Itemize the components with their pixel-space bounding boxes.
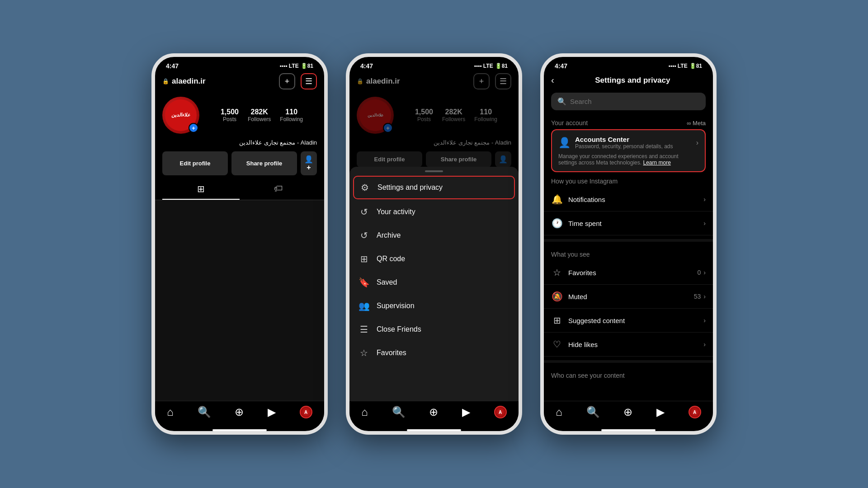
- accounts-icon: 👤: [558, 137, 571, 149]
- hide-likes-item[interactable]: ♡ Hide likes ›: [544, 333, 713, 357]
- favorites-left: ☆ Favorites: [551, 267, 596, 278]
- reels-nav[interactable]: ▶: [268, 406, 276, 418]
- bottom-nav-3: ⌂ 🔍 ⊕ ▶ A: [544, 401, 713, 427]
- favorites-label: Favorites: [377, 349, 406, 357]
- add-btn-2[interactable]: +: [473, 73, 490, 89]
- signal-icon: ▪▪▪▪ LTE: [280, 63, 299, 69]
- reels-nav-2[interactable]: ▶: [462, 406, 470, 418]
- tab-tag[interactable]: 🏷: [240, 179, 317, 200]
- time-spent-chevron: ›: [703, 220, 706, 227]
- bottom-nav-1: ⌂ 🔍 ⊕ ▶ A: [155, 401, 324, 427]
- muted-item[interactable]: 🔕 Muted 53 ›: [544, 285, 713, 309]
- add-icon-2: ⊕: [429, 406, 438, 418]
- share-profile-btn-2: Share profile: [426, 151, 491, 167]
- menu-item-settings[interactable]: ⚙ Settings and privacy: [353, 176, 515, 199]
- reels-nav-3[interactable]: ▶: [656, 406, 665, 418]
- home-icon-3: ⌂: [556, 406, 562, 418]
- your-account-header: Your account ∞ Meta: [544, 114, 713, 129]
- add-button[interactable]: +: [279, 73, 295, 89]
- menu-item-favorites[interactable]: ☆ Favorites: [349, 341, 519, 365]
- notifications-item[interactable]: 🔔 Notifications ›: [544, 188, 713, 211]
- menu-item-activity[interactable]: ↺ Your activity: [349, 200, 519, 224]
- add-nav[interactable]: ⊕: [235, 406, 244, 418]
- home-bar-1: [212, 429, 267, 431]
- menu-btn-2[interactable]: ☰: [495, 73, 511, 89]
- accounts-center-card[interactable]: 👤 Accounts Center Password, security, pe…: [551, 129, 706, 172]
- search-nav-2[interactable]: 🔍: [392, 406, 406, 418]
- qr-icon: ⊞: [359, 253, 369, 264]
- back-button[interactable]: ‹: [551, 75, 554, 85]
- notifications-label: Notifications: [568, 196, 605, 203]
- search-nav[interactable]: 🔍: [198, 406, 211, 418]
- battery-icon-3: 🔋81: [689, 63, 702, 69]
- edit-profile-btn[interactable]: Edit profile: [162, 151, 228, 175]
- add-nav-3[interactable]: ⊕: [623, 406, 632, 418]
- profile-header: 🔒 alaedin.ir + ☰: [155, 71, 324, 93]
- add-icon: ⊕: [235, 406, 244, 418]
- stat-followers-2: 282K Followers: [442, 108, 465, 122]
- time-spent-label: Time spent: [568, 220, 602, 227]
- stats-2: 1,500 Posts 282K Followers 110 Following: [401, 108, 511, 122]
- time-2: 4:47: [360, 62, 373, 70]
- status-bar-2: 4:47 ▪▪▪▪ LTE 🔋81: [349, 57, 519, 71]
- add-person-btn[interactable]: 👤+: [301, 151, 317, 175]
- status-bar-3: 4:47 ▪▪▪▪ LTE 🔋81: [544, 57, 713, 71]
- favorites-icon: ☆: [359, 347, 369, 358]
- tab-grid[interactable]: ⊞: [162, 179, 240, 200]
- menu-item-qr[interactable]: ⊞ QR code: [349, 247, 519, 271]
- home-nav[interactable]: ⌂: [167, 406, 174, 418]
- search-input[interactable]: [570, 98, 699, 105]
- menu-item-saved[interactable]: 🔖 Saved: [349, 271, 519, 294]
- home-nav-2[interactable]: ⌂: [361, 406, 368, 418]
- your-account-label: Your account: [551, 119, 588, 127]
- menu-button[interactable]: ☰: [301, 73, 317, 89]
- who-can-see-label: Who can see your content: [551, 372, 625, 379]
- bio-2: Aladin - مجتمع تجاری علاءالدین: [349, 137, 519, 150]
- grid-icon: ⊞: [197, 183, 205, 194]
- nav-avatar: A: [300, 406, 312, 418]
- profile-header-2: 🔒 alaedin.ir + ☰: [349, 71, 519, 93]
- add-badge[interactable]: +: [189, 123, 198, 133]
- qr-label: QR code: [377, 255, 405, 263]
- suggested-label: Suggested content: [568, 317, 625, 324]
- menu-item-close-friends[interactable]: ☰ Close Friends: [349, 318, 519, 341]
- divider-1: [544, 239, 713, 242]
- share-profile-btn[interactable]: Share profile: [231, 151, 297, 175]
- avatar-wrap-2: علاءالدین +: [357, 97, 394, 134]
- learn-more-link[interactable]: Learn more: [643, 160, 670, 166]
- menu-item-supervision[interactable]: 👥 Supervision: [349, 294, 519, 318]
- suggested-item[interactable]: ⊞ Suggested content ›: [544, 309, 713, 333]
- time-spent-item[interactable]: 🕐 Time spent ›: [544, 211, 713, 235]
- screen-3: ‹ Settings and privacy 🔍 Your account ∞ …: [544, 71, 713, 401]
- lock-icon: 🔒: [162, 78, 169, 84]
- home-icon-2: ⌂: [361, 406, 368, 418]
- posts-label: Posts: [221, 116, 239, 122]
- tag-icon: 🏷: [274, 183, 283, 194]
- muted-label: Muted: [568, 293, 587, 300]
- profile-info: علاءالدین + 1,500 Posts 282K Followers 1…: [155, 93, 324, 137]
- home-nav-3[interactable]: ⌂: [556, 406, 562, 418]
- activity-icon: ↺: [359, 206, 369, 217]
- accounts-text: Accounts Center Password, security, pers…: [575, 136, 673, 150]
- profile-nav-3[interactable]: A: [689, 406, 701, 418]
- search-bar: 🔍: [551, 93, 706, 110]
- close-friends-label: Close Friends: [377, 325, 421, 333]
- profile-nav-2[interactable]: A: [494, 406, 507, 418]
- muted-icon: 🔕: [551, 291, 563, 302]
- menu-handle: [425, 170, 443, 172]
- how-you-use-header: How you use Instagram: [544, 172, 713, 188]
- search-nav-3[interactable]: 🔍: [586, 406, 600, 418]
- time-3: 4:47: [555, 62, 567, 70]
- header-icons-2: + ☰: [473, 73, 511, 89]
- accounts-card-left: 👤 Accounts Center Password, security, pe…: [558, 136, 673, 150]
- who-can-see-header: Who can see your content: [544, 366, 713, 382]
- menu-item-archive[interactable]: ↺ Archive: [349, 224, 519, 247]
- username-text-2: alaedin.ir: [366, 77, 400, 86]
- tab-bar: ⊞ 🏷: [155, 179, 324, 200]
- supervision-label: Supervision: [377, 302, 415, 310]
- saved-icon: 🔖: [359, 277, 369, 288]
- add-nav-2[interactable]: ⊕: [429, 406, 438, 418]
- favorites-item[interactable]: ☆ Favorites 0 ›: [544, 261, 713, 285]
- profile-nav[interactable]: A: [300, 406, 312, 418]
- favorites-icon-s: ☆: [551, 267, 563, 278]
